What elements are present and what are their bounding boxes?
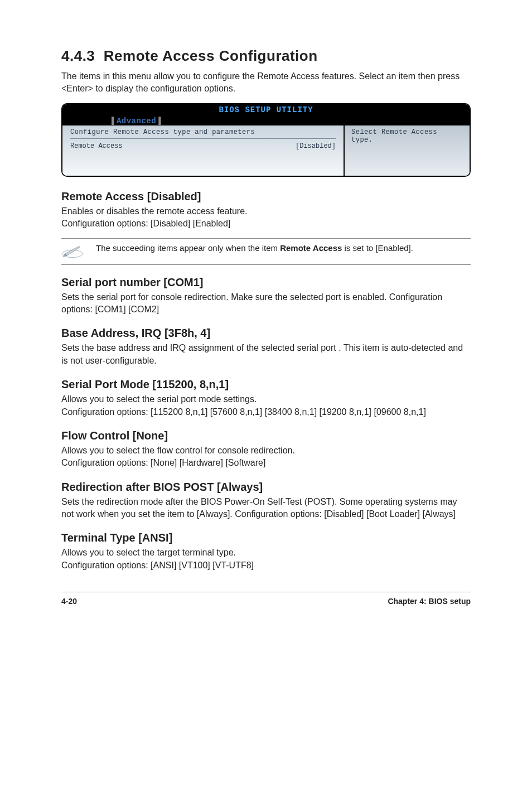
footer-page-number: 4-20: [61, 597, 77, 606]
bios-help-panel: Select Remote Access type.: [344, 125, 470, 176]
subsection-heading: Redirection after BIOS POST [Always]: [61, 481, 471, 494]
note-box: The succeeding items appear only when th…: [61, 238, 471, 265]
subsection-heading: Serial Port Mode [115200, 8,n,1]: [61, 378, 471, 391]
bios-content: Configure Remote Access type and paramet…: [62, 125, 470, 176]
subsection-body: Allows you to select the serial port mod…: [61, 393, 471, 418]
note-pre: The succeeding items appear only when th…: [96, 243, 280, 253]
bios-tab-advanced: ▌Advanced▐: [112, 117, 161, 125]
note-bold: Remote Access: [280, 243, 342, 253]
bios-tab-label: Advanced: [117, 117, 156, 125]
section-number: 4.4.3: [61, 47, 95, 64]
subsection-body: Sets the redirection mode after the BIOS…: [61, 496, 471, 521]
bios-panel-title: Configure Remote Access type and paramet…: [70, 128, 336, 139]
subsection-heading: Serial port number [COM1]: [61, 276, 471, 289]
subsection-heading: Flow Control [None]: [61, 429, 471, 442]
subsection-body: Sets the serial port for console redirec…: [61, 291, 471, 316]
intro-paragraph: The items in this menu allow you to conf…: [61, 70, 471, 95]
bios-left-panel: Configure Remote Access type and paramet…: [62, 125, 344, 176]
subsection-body: Sets the base address and IRQ assignment…: [61, 342, 471, 367]
footer-chapter: Chapter 4: BIOS setup: [388, 597, 471, 606]
subsection-body: Enables or disables the remote access fe…: [61, 205, 471, 230]
page-footer: 4-20 Chapter 4: BIOS setup: [61, 592, 471, 606]
bios-screenshot: BIOS SETUP UTILITY ▌Advanced▐ Configure …: [61, 103, 471, 177]
bios-titlebar: BIOS SETUP UTILITY ▌Advanced▐: [62, 104, 470, 125]
note-post: is set to [Enabled].: [342, 243, 413, 253]
note-icon: [61, 242, 84, 261]
bios-option-row: Remote Access [Disabled]: [70, 142, 336, 150]
subsection-heading: Terminal Type [ANSI]: [61, 532, 471, 544]
section-title: Remote Access Configuration: [104, 47, 318, 64]
subsection-body: Allows you to select the flow control fo…: [61, 445, 471, 470]
subsection-heading: Remote Access [Disabled]: [61, 190, 471, 203]
bios-title: BIOS SETUP UTILITY: [219, 105, 313, 114]
bios-option-value: [Disabled]: [296, 142, 336, 150]
subsection-heading: Base Address, IRQ [3F8h, 4]: [61, 327, 471, 340]
subsection-body: Allows you to select the target terminal…: [61, 547, 471, 572]
bios-option-label: Remote Access: [70, 142, 123, 150]
section-heading: 4.4.3 Remote Access Configuration: [61, 47, 471, 65]
note-text: The succeeding items appear only when th…: [96, 242, 471, 254]
